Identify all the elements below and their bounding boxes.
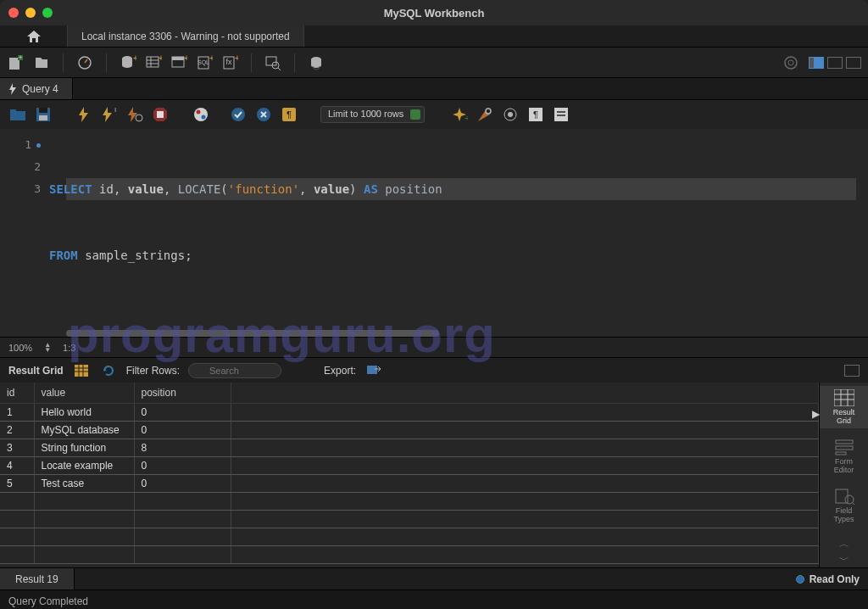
svg-text:+: + bbox=[19, 54, 23, 61]
chevron-down-icon: ﹀ bbox=[839, 553, 849, 567]
execute-current-button[interactable]: I bbox=[100, 105, 119, 124]
toggle-invisible-button[interactable] bbox=[501, 105, 520, 124]
svg-text:fx: fx bbox=[225, 58, 232, 66]
create-schema-button[interactable]: + bbox=[119, 53, 137, 72]
table-cell[interactable]: 3 bbox=[0, 439, 34, 457]
connection-tab-bar: Local instance 3306 - Warning - not supp… bbox=[0, 25, 868, 47]
table-cell[interactable]: 0 bbox=[134, 404, 231, 422]
table-cell[interactable]: String function bbox=[34, 439, 134, 457]
column-header[interactable]: position bbox=[134, 383, 231, 404]
editor-gutter: 1 2 3 bbox=[0, 129, 49, 337]
editor-code: SELECT id, value, LOCATE('function', val… bbox=[49, 129, 442, 337]
snippets-button[interactable] bbox=[552, 105, 570, 124]
explain-button[interactable] bbox=[125, 105, 144, 124]
svg-rect-8 bbox=[147, 57, 159, 67]
sidebar-form-editor[interactable]: Form Editor bbox=[820, 435, 868, 478]
toggle-sidebar-button[interactable] bbox=[809, 57, 824, 69]
create-function-button[interactable]: fx+ bbox=[220, 53, 239, 72]
svg-point-34 bbox=[136, 115, 142, 121]
sql-editor[interactable]: 1 2 3 SELECT id, value, LOCATE('function… bbox=[0, 129, 868, 337]
svg-text:+: + bbox=[133, 54, 136, 63]
beautify-button[interactable]: + bbox=[450, 105, 469, 124]
commit-button[interactable] bbox=[229, 105, 248, 124]
svg-point-6 bbox=[122, 63, 132, 68]
toggle-secondary-sidebar-button[interactable] bbox=[827, 57, 843, 69]
toggle-output-button[interactable] bbox=[846, 57, 861, 69]
query-tab-bar: Query 4 bbox=[0, 78, 868, 100]
execute-button[interactable] bbox=[75, 105, 93, 124]
new-sql-tab-button[interactable]: + bbox=[7, 53, 25, 72]
sidebar-field-types[interactable]: Field Types bbox=[820, 484, 868, 527]
table-row bbox=[0, 528, 819, 546]
toggle-whitespace-button[interactable]: ¶ bbox=[280, 105, 298, 124]
result-tab[interactable]: Result 19 bbox=[0, 568, 75, 589]
table-cell[interactable]: 0 bbox=[134, 475, 231, 493]
chevron-up-icon: ︿ bbox=[839, 537, 849, 551]
lightning-icon bbox=[8, 83, 17, 95]
table-row[interactable]: 3String function8 bbox=[0, 439, 819, 457]
dashboard-button[interactable] bbox=[75, 53, 94, 72]
svg-point-39 bbox=[231, 108, 245, 121]
settings-button[interactable] bbox=[782, 53, 800, 72]
readonly-icon bbox=[796, 575, 804, 584]
row-limit-label: Limit to 1000 rows bbox=[328, 109, 403, 119]
svg-text:+: + bbox=[184, 54, 187, 63]
svg-line-68 bbox=[852, 502, 854, 505]
result-grid[interactable]: id value position 1Hello world02MySQL da… bbox=[0, 383, 819, 567]
table-cell[interactable]: 5 bbox=[0, 475, 34, 493]
readonly-indicator: Read Only bbox=[796, 573, 860, 585]
svg-point-46 bbox=[508, 112, 513, 117]
row-limit-select[interactable]: Limit to 1000 rows bbox=[320, 106, 425, 123]
column-header[interactable]: value bbox=[34, 383, 134, 404]
create-procedure-button[interactable]: SQL+ bbox=[195, 53, 214, 72]
expand-sidebar-caret[interactable]: ▶ bbox=[812, 408, 820, 420]
open-sql-script-button[interactable] bbox=[32, 53, 51, 72]
table-cell[interactable]: 0 bbox=[134, 457, 231, 475]
home-tab[interactable] bbox=[0, 25, 68, 47]
svg-rect-31 bbox=[39, 108, 47, 113]
minimize-window-button[interactable] bbox=[25, 8, 36, 18]
create-view-button[interactable]: + bbox=[170, 53, 188, 72]
table-cell[interactable]: 2 bbox=[0, 422, 34, 439]
table-cell[interactable]: Hello world bbox=[34, 404, 134, 422]
table-row[interactable]: 4Locate example0 bbox=[0, 457, 819, 475]
open-file-button[interactable] bbox=[8, 105, 27, 124]
table-cell[interactable]: 1 bbox=[0, 404, 34, 422]
sidebar-result-grid[interactable]: Result Grid bbox=[820, 386, 868, 428]
query-tab[interactable]: Query 4 bbox=[0, 78, 73, 99]
save-file-button[interactable] bbox=[34, 105, 53, 124]
column-header[interactable]: id bbox=[0, 383, 34, 404]
svg-rect-66 bbox=[836, 489, 848, 503]
search-table-button[interactable] bbox=[264, 53, 282, 72]
table-row[interactable]: 5Test case0 bbox=[0, 475, 819, 493]
reconnect-button[interactable] bbox=[307, 53, 326, 72]
table-cell[interactable]: Test case bbox=[34, 475, 134, 493]
table-row[interactable]: 1Hello world0 bbox=[0, 404, 819, 422]
table-cell[interactable]: 8 bbox=[134, 439, 231, 457]
table-cell[interactable]: 4 bbox=[0, 457, 34, 475]
wrap-button[interactable]: ¶ bbox=[526, 105, 545, 124]
close-window-button[interactable] bbox=[8, 8, 19, 18]
svg-rect-51 bbox=[557, 115, 565, 116]
app-title: MySQL Workbench bbox=[384, 7, 485, 20]
svg-line-24 bbox=[278, 68, 281, 70]
result-tab-label: Result 19 bbox=[15, 573, 58, 585]
svg-rect-63 bbox=[836, 440, 853, 444]
table-cell[interactable]: 0 bbox=[134, 422, 231, 439]
toggle-autocommit-button[interactable] bbox=[192, 105, 210, 124]
stop-button[interactable] bbox=[151, 105, 170, 124]
connection-tab[interactable]: Local instance 3306 - Warning - not supp… bbox=[68, 25, 304, 47]
svg-text:¶: ¶ bbox=[533, 109, 538, 120]
maximize-window-button[interactable] bbox=[42, 8, 53, 18]
table-cell[interactable]: MySQL database bbox=[34, 422, 134, 439]
query-tab-label: Query 4 bbox=[22, 83, 58, 95]
create-table-button[interactable]: + bbox=[144, 53, 163, 72]
table-row[interactable]: 2MySQL database0 bbox=[0, 422, 819, 439]
sidebar-more[interactable]: ︿ ﹀ bbox=[820, 534, 868, 571]
svg-point-29 bbox=[788, 60, 793, 65]
table-cell[interactable]: Locate example bbox=[34, 457, 134, 475]
svg-text:I: I bbox=[114, 106, 116, 114]
find-button[interactable] bbox=[476, 105, 494, 124]
rollback-button[interactable] bbox=[254, 105, 273, 124]
toggle-result-panel-button[interactable] bbox=[844, 365, 860, 377]
